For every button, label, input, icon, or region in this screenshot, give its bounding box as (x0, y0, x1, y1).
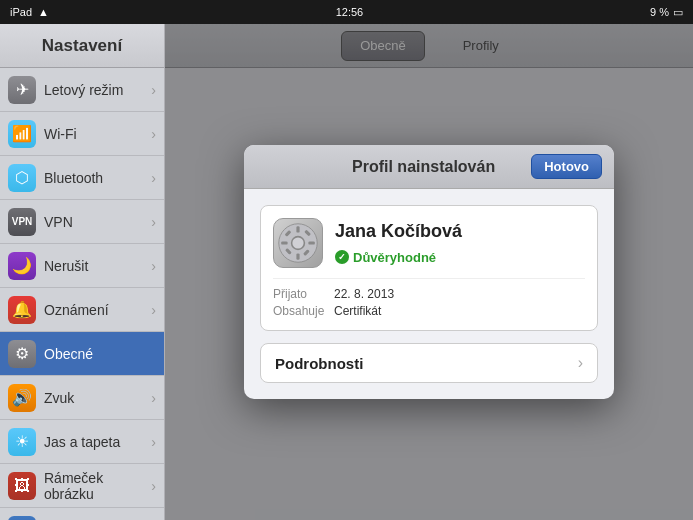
brightness-icon: ☀ (8, 428, 36, 456)
sidebar-label-vpn: VPN (44, 214, 151, 230)
profile-card: Jana Kočíbová ✓ Důvěryhodné (260, 205, 598, 331)
sidebar-label-donotdisturb: Nerušit (44, 258, 151, 274)
chevron-icon-vpn: › (151, 214, 156, 230)
svg-rect-2 (296, 226, 299, 232)
sidebar-item-vpn[interactable]: VPNVPN› (0, 200, 164, 244)
donotdisturb-icon: 🌙 (8, 252, 36, 280)
chevron-icon-brightness: › (151, 434, 156, 450)
sidebar-item-privacy[interactable]: 🔒Soukromí› (0, 508, 164, 520)
profile-info: Jana Kočíbová ✓ Důvěryhodné (335, 221, 462, 265)
time-label: 12:56 (336, 6, 364, 18)
wifi-icon: 📶 (8, 120, 36, 148)
chevron-icon-airplane: › (151, 82, 156, 98)
chevron-icon-notifications: › (151, 302, 156, 318)
sidebar-title: Nastavení (42, 36, 122, 56)
airplane-icon: ✈ (8, 76, 36, 104)
sidebar-items-container: ✈Letový režim›📶Wi-Fi›⬡Bluetooth›VPNVPN›🌙… (0, 68, 164, 520)
svg-point-10 (292, 237, 303, 248)
trust-dot-icon: ✓ (335, 250, 349, 264)
profile-name: Jana Kočíbová (335, 221, 462, 242)
notifications-icon: 🔔 (8, 296, 36, 324)
trust-badge: ✓ Důvěryhodné (335, 250, 436, 265)
received-row: Přijato 22. 8. 2013 (273, 287, 585, 301)
privacy-icon: 🔒 (8, 516, 36, 521)
profile-dialog: Profil nainstalován Hotovo (244, 145, 614, 399)
sidebar-label-picture: Rámeček obrázku (44, 470, 151, 502)
battery-icon: ▭ (673, 6, 683, 19)
sidebar-item-sound[interactable]: 🔊Zvuk› (0, 376, 164, 420)
chevron-icon-picture: › (151, 478, 156, 494)
done-button[interactable]: Hotovo (531, 154, 602, 179)
main-layout: Nastavení ✈Letový režim›📶Wi-Fi›⬡Bluetoot… (0, 24, 693, 520)
sidebar-label-bluetooth: Bluetooth (44, 170, 151, 186)
sidebar-label-general: Obecné (44, 346, 156, 362)
picture-icon: 🖼 (8, 472, 36, 500)
details-chevron-icon: › (578, 354, 583, 372)
svg-rect-4 (281, 241, 287, 244)
profile-trusted: ✓ Důvěryhodné (335, 246, 462, 265)
sidebar: Nastavení ✈Letový režim›📶Wi-Fi›⬡Bluetoot… (0, 24, 165, 520)
contains-value: Certifikát (334, 304, 381, 318)
status-right: 9 % ▭ (650, 6, 683, 19)
profile-meta: Přijato 22. 8. 2013 Obsahuje Certifikát (273, 278, 585, 318)
trust-label: Důvěryhodné (353, 250, 436, 265)
sidebar-item-brightness[interactable]: ☀Jas a tapeta› (0, 420, 164, 464)
sidebar-item-bluetooth[interactable]: ⬡Bluetooth› (0, 156, 164, 200)
contains-row: Obsahuje Certifikát (273, 304, 585, 318)
sidebar-item-notifications[interactable]: 🔔Oznámení› (0, 288, 164, 332)
dialog-header: Profil nainstalován Hotovo (244, 145, 614, 189)
battery-label: 9 % (650, 6, 669, 18)
received-value: 22. 8. 2013 (334, 287, 394, 301)
chevron-icon-bluetooth: › (151, 170, 156, 186)
sidebar-label-notifications: Oznámení (44, 302, 151, 318)
dialog-title: Profil nainstalován (316, 158, 531, 176)
sound-icon: 🔊 (8, 384, 36, 412)
contains-label: Obsahuje (273, 304, 328, 318)
status-bar: iPad ▲ 12:56 9 % ▭ (0, 0, 693, 24)
details-row[interactable]: Podrobnosti › (260, 343, 598, 383)
sidebar-label-brightness: Jas a tapeta (44, 434, 151, 450)
general-icon: ⚙ (8, 340, 36, 368)
carrier-label: iPad (10, 6, 32, 18)
vpn-icon: VPN (8, 208, 36, 236)
sidebar-item-wifi[interactable]: 📶Wi-Fi› (0, 112, 164, 156)
sidebar-item-general[interactable]: ⚙Obecné (0, 332, 164, 376)
sidebar-item-airplane[interactable]: ✈Letový režim› (0, 68, 164, 112)
sidebar-item-donotdisturb[interactable]: 🌙Nerušit› (0, 244, 164, 288)
right-panel: Obecně Profily Profil nainstalován Hotov… (165, 24, 693, 520)
sidebar-header: Nastavení (0, 24, 164, 68)
svg-rect-5 (308, 241, 314, 244)
received-label: Přijato (273, 287, 328, 301)
sidebar-label-wifi: Wi-Fi (44, 126, 151, 142)
details-label: Podrobnosti (275, 355, 363, 372)
chevron-icon-wifi: › (151, 126, 156, 142)
chevron-icon-donotdisturb: › (151, 258, 156, 274)
chevron-icon-sound: › (151, 390, 156, 406)
bluetooth-icon: ⬡ (8, 164, 36, 192)
svg-rect-3 (296, 253, 299, 259)
sidebar-label-airplane: Letový režim (44, 82, 151, 98)
overlay: Profil nainstalován Hotovo (165, 24, 693, 520)
dialog-body: Jana Kočíbová ✓ Důvěryhodné (244, 189, 614, 399)
wifi-status-icon: ▲ (38, 6, 49, 18)
profile-avatar (273, 218, 323, 268)
sidebar-item-picture[interactable]: 🖼Rámeček obrázku› (0, 464, 164, 508)
sidebar-label-sound: Zvuk (44, 390, 151, 406)
profile-top: Jana Kočíbová ✓ Důvěryhodné (273, 218, 585, 268)
status-left: iPad ▲ (10, 6, 49, 18)
